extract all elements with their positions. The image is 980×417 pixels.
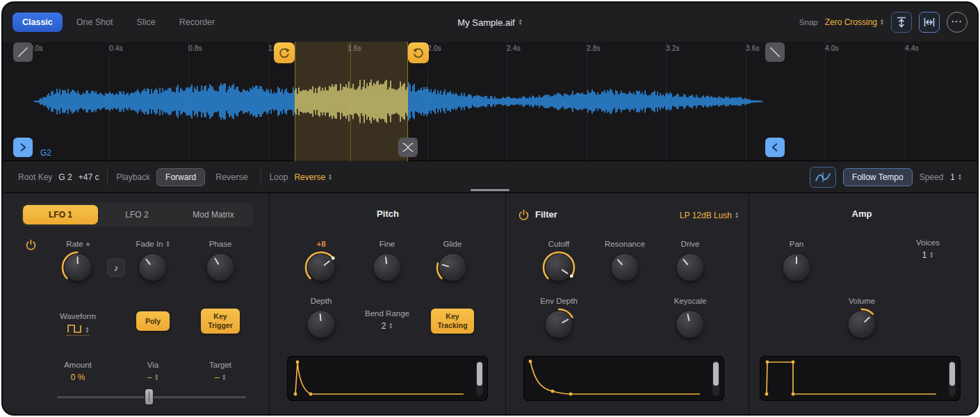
bend-range-selector[interactable]: 2 [382, 321, 393, 331]
pitch-envelope-display[interactable] [287, 356, 488, 401]
ruler-tick: 1.6s [348, 44, 361, 52]
poly-button[interactable]: Poly [136, 311, 170, 331]
filter-envelope-display[interactable] [523, 356, 724, 401]
rate-sync-button[interactable]: ♪ [107, 259, 125, 277]
follow-tempo-button[interactable]: Follow Tempo [843, 168, 913, 186]
pan-knob[interactable] [783, 254, 810, 281]
volume-control: Volume [849, 296, 875, 338]
cutoff-knob[interactable] [546, 254, 572, 281]
tab-lfo2[interactable]: LFO 2 [99, 205, 174, 224]
fade-mode-selector[interactable]: Fade In [136, 239, 170, 249]
tab-one-shot[interactable]: One Shot [67, 13, 123, 32]
loop-start-handle[interactable] [274, 42, 295, 63]
lfo-waveform-control: Waveform [60, 311, 96, 336]
keyscale-control: Keyscale [674, 296, 707, 338]
via-selector[interactable]: – [147, 373, 159, 382]
envelope-zoom-track[interactable] [476, 361, 483, 396]
resonance-label: Resonance [605, 240, 645, 248]
amp-envelope-display[interactable] [760, 356, 961, 401]
tab-mod-matrix[interactable]: Mod Matrix [176, 205, 251, 224]
mod-amount-control: Amount 0 % [64, 360, 92, 382]
glide-knob[interactable] [439, 254, 466, 281]
target-selector[interactable]: – [215, 373, 227, 382]
fade-in-knob[interactable] [140, 254, 166, 281]
root-key-label: Root Key [18, 172, 52, 182]
loop-end-handle[interactable] [408, 42, 429, 63]
loop-mode-selector[interactable]: Reverse [294, 172, 332, 182]
more-options-icon: ··· [952, 16, 963, 26]
envelope-zoom-handle[interactable] [477, 362, 482, 386]
chevron-updown-icon [154, 374, 158, 381]
keyscale-knob[interactable] [677, 311, 703, 338]
phase-knob[interactable] [207, 254, 234, 281]
amp-title: Amp [852, 208, 872, 219]
key-trigger-button[interactable]: Key Trigger [201, 309, 240, 334]
divider [107, 169, 108, 186]
power-icon [518, 209, 530, 221]
fade-in-handle[interactable] [13, 42, 33, 62]
envelope-zoom-handle[interactable] [949, 362, 955, 386]
via-value: – [147, 373, 152, 382]
fit-horizontal-button[interactable] [919, 12, 940, 33]
playback-reverse-button[interactable]: Reverse [211, 169, 252, 186]
speed-selector[interactable]: 1 [950, 172, 962, 182]
tab-lfo1[interactable]: LFO 1 [23, 205, 98, 224]
fade-in-icon [15, 44, 31, 60]
flex-button[interactable] [810, 167, 836, 188]
fade-out-handle[interactable] [765, 42, 785, 62]
bend-range-label: Bend Range [365, 309, 409, 318]
filter-section: Filter LP 12dB Lush Cutoff Resonance [505, 193, 749, 414]
via-label: Via [147, 360, 158, 370]
lfo-waveform-selector[interactable] [67, 324, 90, 336]
voices-selector[interactable]: 1 [922, 250, 934, 260]
filter-type-selector[interactable]: LP 12dB Lush [680, 211, 739, 220]
pitch-depth-knob[interactable] [308, 311, 334, 338]
tab-slice[interactable]: Slice [127, 13, 165, 32]
sample-start-handle[interactable] [13, 138, 33, 157]
envelope-zoom-track[interactable] [949, 361, 956, 396]
ruler-tick: 2.0s [427, 44, 441, 52]
ruler-tick: 2.4s [507, 44, 521, 52]
chevron-updown-icon [166, 240, 170, 247]
transpose-knob[interactable] [308, 254, 334, 281]
root-key-cents[interactable]: +47 c [79, 172, 99, 182]
pan-label: Pan [790, 240, 803, 248]
playback-forward-button[interactable]: Forward [156, 168, 205, 186]
envelope-zoom-track[interactable] [712, 361, 719, 396]
root-note-marker: G2 [40, 148, 51, 158]
glide-control: Glide [439, 239, 466, 281]
fit-vertical-button[interactable] [891, 12, 912, 33]
amp-section: Amp Pan Voices 1 Volume [749, 193, 979, 414]
drive-knob[interactable] [677, 254, 703, 281]
waveform-display[interactable]: 0.0s 0.4s 0.8s 1.2s 1.6s 2.0s 2.4s 2.8s … [3, 42, 977, 161]
fine-knob[interactable] [374, 254, 400, 281]
env-depth-knob[interactable] [546, 311, 572, 338]
fine-control: Fine [374, 239, 400, 281]
amount-value[interactable]: 0 % [71, 373, 85, 382]
root-key-value[interactable]: G 2 [58, 172, 72, 182]
key-tracking-button[interactable]: Key Tracking [431, 309, 474, 334]
chevron-updown-icon [222, 374, 226, 381]
keyscale-label: Keyscale [674, 297, 707, 305]
fit-horizontal-icon [923, 16, 936, 28]
resonance-knob[interactable] [612, 254, 638, 281]
sample-end-handle[interactable] [765, 138, 785, 157]
crossfade-button[interactable] [398, 138, 418, 157]
filter-power-button[interactable] [518, 209, 530, 221]
bend-range-value: 2 [382, 321, 386, 331]
snap-selector[interactable]: Zero Crossing [825, 17, 884, 27]
envelope-zoom-handle[interactable] [713, 362, 719, 386]
pitch-section: Pitch +8 Fine Glide [269, 193, 505, 414]
sample-name-selector[interactable]: My Sample.aif [457, 17, 522, 28]
more-options-button[interactable]: ··· [947, 12, 967, 33]
volume-knob[interactable] [849, 311, 875, 338]
waveform-scrollbar[interactable] [471, 189, 509, 191]
loop-region[interactable] [295, 42, 408, 161]
chevron-updown-icon [929, 252, 933, 259]
tab-recorder[interactable]: Recorder [170, 13, 224, 32]
mod-amount-slider-thumb[interactable] [145, 389, 154, 405]
tab-classic[interactable]: Classic [13, 13, 63, 32]
cutoff-label: Cutoff [548, 240, 569, 248]
rate-knob[interactable] [65, 254, 91, 281]
lfo-power-button[interactable] [25, 239, 37, 251]
